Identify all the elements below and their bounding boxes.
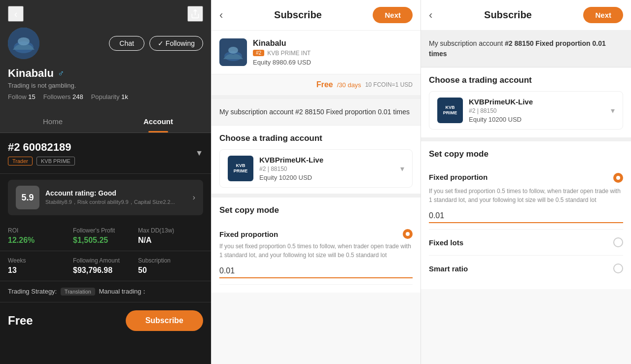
middle-subscription-banner: My subscription account #2 88150 Fixed p… (211, 99, 421, 126)
middle-choose-section: Choose a trading account KVB PRIME KVBPr… (211, 126, 421, 198)
right-smart-ratio-title: Smart ratio (429, 265, 468, 273)
right-fixed-proportion-radio[interactable] (613, 173, 623, 183)
popularity-stat: Popularity 1k (91, 93, 128, 100)
subscription-value: 50 (138, 266, 203, 275)
fixed-proportion-radio[interactable] (403, 229, 413, 239)
price-row: Free /30 days 10 FCOIN=1 USD (211, 74, 421, 99)
middle-banner-text: My subscription account #2 88150 Fixed p… (219, 107, 413, 117)
middle-equity: Equity 8980.69 USD (253, 59, 311, 66)
left-top-bar: ‹ (0, 0, 211, 28)
user-bio: Trading is not gambling. (8, 82, 203, 89)
tab-account[interactable]: Account (105, 110, 211, 132)
account-header: #2 60082189 Trader KVB PRIME ▼ (0, 133, 211, 174)
right-fixed-lots-radio[interactable] (613, 237, 623, 247)
follow-stat: Follow 15 (8, 93, 35, 100)
check-icon: ✓ (158, 39, 164, 47)
roi-metric: ROI 12.26% (8, 227, 73, 245)
svg-point-2 (18, 37, 30, 45)
middle-account-equity: Equity 10200 USD (259, 174, 323, 181)
middle-copy-mode-title: Set copy mode (219, 205, 413, 215)
profit-label: Follower's Profit (73, 227, 138, 234)
share-button[interactable] (187, 6, 203, 22)
right-fixed-lots-title: Fixed lots (429, 238, 463, 247)
maxdd-metric: Max DD(13w) N/A (138, 227, 203, 245)
right-select-arrow[interactable]: ▾ (611, 106, 615, 115)
right-smart-ratio-radio[interactable] (613, 264, 623, 273)
action-buttons: Chat ✓ Following (109, 36, 203, 51)
middle-select-arrow[interactable]: ▾ (400, 164, 404, 173)
middle-account-info: KVBPrimeUK-Live #2 | 88150 Equity 10200 … (259, 156, 323, 181)
strategy-row: Trading Strategy: Translation Manual tra… (0, 281, 211, 302)
right-choose-section: Choose a trading account KVB PRIME KVBPr… (421, 67, 631, 141)
rating-detail: Stability8.9，Risk control ability9.9，Cap… (45, 199, 187, 206)
right-smart-ratio-option: Smart ratio (429, 256, 623, 281)
right-fixed-lots-option: Fixed lots (429, 230, 623, 256)
middle-amount-input[interactable] (219, 265, 413, 278)
profile-section: Chat ✓ Following (0, 28, 211, 67)
rating-card[interactable]: 5.9 Account rating: Good Stability8.9，Ri… (8, 180, 203, 215)
weeks-metric: Weeks 13 (8, 257, 73, 275)
left-panel: ‹ Chat ✓ Following Kinabalu ♂ (0, 0, 211, 364)
maxdd-label: Max DD(13w) (138, 227, 203, 234)
gender-icon: ♂ (58, 68, 65, 79)
middle-account-select-card[interactable]: KVB PRIME KVBPrimeUK-Live #2 | 88150 Equ… (219, 149, 413, 188)
chat-button[interactable]: Chat (109, 36, 144, 51)
right-account-equity: Equity 10200 USD (469, 116, 533, 123)
middle-panel: ‹ Subscribe Next Kinabalu #2 KVB PRIME I… (211, 0, 421, 364)
price-label: Free (8, 314, 33, 328)
svg-point-5 (228, 47, 238, 54)
right-next-button[interactable]: Next (583, 7, 623, 23)
following-button[interactable]: ✓ Following (149, 36, 203, 51)
middle-fixed-proportion-header: Fixed proportion (219, 229, 413, 239)
following-amount-value: $93,796.98 (73, 266, 138, 275)
prime-tag: KVB PRIME (36, 157, 75, 165)
middle-choose-title: Choose a trading account (211, 126, 421, 149)
rating-score: 5.9 (16, 186, 39, 209)
rating-title: Account rating: Good (45, 189, 187, 197)
weeks-label: Weeks (8, 257, 73, 264)
brokerage: KVB PRIME INT (267, 50, 311, 57)
trader-tag: Trader (8, 157, 33, 165)
user-stats: Follow 15 Followers 248 Popularity 1k (8, 93, 203, 100)
right-fixed-proportion-row: Fixed proportion (429, 173, 623, 183)
right-kvb-logo-text: KVB PRIME (443, 105, 457, 116)
roi-label: ROI (8, 227, 73, 234)
profit-metric: Follower's Profit $1,505.25 (73, 227, 138, 245)
middle-fixed-proportion-option: Fixed proportion If you set fixed propor… (219, 223, 413, 285)
middle-fixed-proportion-desc: If you set fixed proportion 0.5 times to… (219, 242, 413, 260)
right-account-meta: #2 | 88150 (469, 107, 533, 114)
roi-value: 12.26% (8, 236, 73, 245)
tab-home[interactable]: Home (0, 110, 105, 132)
middle-back-button[interactable]: ‹ (219, 9, 223, 22)
right-account-select-card[interactable]: KVB PRIME KVBPrimeUK-Live #2 | 88150 Equ… (429, 91, 623, 130)
right-amount-input[interactable] (429, 209, 623, 223)
right-subscription-text: My subscription account #2 88150 Fixed p… (429, 38, 623, 59)
right-kvb-logo: KVB PRIME (437, 98, 463, 123)
middle-trader-name: Kinabalu (253, 39, 311, 48)
account-id: #2 60082189 (8, 141, 75, 154)
middle-trader-meta: #2 KVB PRIME INT (253, 50, 311, 57)
following-amount-metric: Following Amount $93,796.98 (73, 257, 138, 275)
middle-trader-card: Kinabalu #2 KVB PRIME INT Equity 8980.69… (211, 31, 421, 74)
right-fixed-proportion: Fixed proportion If you set fixed propor… (429, 167, 623, 230)
account-tags: Trader KVB PRIME (8, 157, 75, 165)
weeks-value: 13 (8, 266, 73, 275)
back-button[interactable]: ‹ (8, 6, 24, 22)
rating-info: Account rating: Good Stability8.9，Risk c… (45, 189, 187, 206)
middle-account-name: KVBPrimeUK-Live (259, 156, 323, 164)
profit-value: $1,505.25 (73, 236, 138, 245)
right-account-info: KVBPrimeUK-Live #2 | 88150 Equity 10200 … (469, 98, 533, 123)
subscribe-button[interactable]: Subscribe (126, 310, 203, 331)
account-section: #2 60082189 Trader KVB PRIME ▼ 5.9 Accou… (0, 133, 211, 364)
middle-next-button[interactable]: Next (373, 7, 413, 23)
days-text: /30 days (337, 81, 361, 89)
right-back-button[interactable]: ‹ (429, 9, 432, 22)
middle-panel-title: Subscribe (274, 9, 322, 21)
right-fixed-proportion-desc: If you set fixed proportion 0.5 times to… (429, 187, 623, 204)
kvb-logo: KVB PRIME (228, 156, 253, 181)
avatar (8, 28, 39, 59)
middle-trader-avatar (219, 38, 247, 66)
dropdown-arrow[interactable]: ▼ (195, 149, 203, 158)
metrics-grid-2: Weeks 13 Following Amount $93,796.98 Sub… (0, 251, 211, 281)
rank-badge: #2 (253, 50, 264, 56)
